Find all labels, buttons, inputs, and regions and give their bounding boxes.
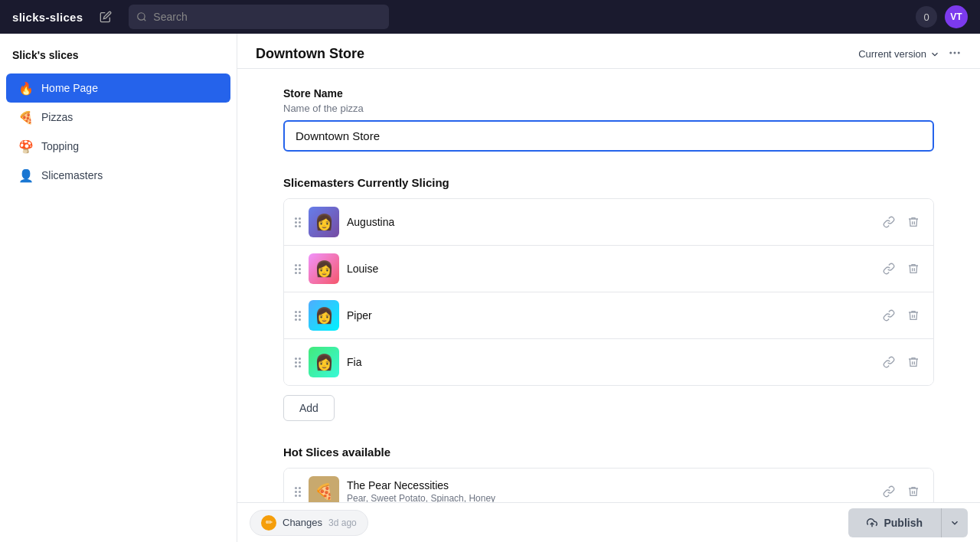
slicemaster-avatar-augustina: 👩	[309, 207, 339, 237]
hot-slice-image-pear: 🍕	[309, 476, 339, 502]
search-container	[129, 5, 389, 29]
slicemaster-item-piper: 👩 Piper	[284, 292, 933, 339]
svg-point-0	[138, 13, 145, 20]
slicemaster-actions-fia	[880, 353, 923, 371]
link-button-pear[interactable]	[880, 482, 898, 501]
chevron-down-icon	[929, 49, 940, 60]
link-button-fia[interactable]	[880, 353, 898, 371]
publish-dropdown-button[interactable]	[941, 508, 968, 537]
slicemaster-avatar-piper: 👩	[309, 300, 339, 331]
slicemasters-list: 👩 Augustina	[283, 198, 934, 386]
slicemaster-actions-augustina	[880, 213, 923, 231]
sidebar-item-pizzas-label: Pizzas	[41, 111, 73, 123]
slicemaster-avatar-fia: 👩	[309, 347, 339, 377]
sidebar: Slick's slices 🔥 Home Page 🍕 Pizzas 🍄 To…	[0, 34, 237, 542]
content-body: Store Name Name of the pizza Slicemaster…	[237, 69, 980, 502]
changes-label: Changes	[283, 517, 322, 528]
notification-badge[interactable]: 0	[916, 6, 937, 28]
add-slicemaster-button[interactable]: Add	[283, 395, 335, 421]
hot-slices-section: Hot Slices available 🍕 The Pear Necessit…	[283, 446, 934, 502]
slicemaster-name-fia: Fia	[347, 356, 872, 368]
delete-button-louise[interactable]	[904, 260, 923, 278]
drag-handle[interactable]	[295, 264, 301, 274]
link-button-louise[interactable]	[880, 260, 898, 278]
changes-time: 3d ago	[328, 518, 357, 528]
store-name-input[interactable]	[283, 120, 934, 152]
version-dropdown[interactable]: Current version	[858, 48, 940, 60]
link-button-augustina[interactable]	[880, 213, 898, 231]
user-avatar[interactable]: VT	[945, 5, 968, 28]
sidebar-item-home-label: Home Page	[41, 82, 98, 94]
slicemaster-actions-louise	[880, 260, 923, 278]
sidebar-item-topping-label: Topping	[41, 140, 79, 152]
drag-handle[interactable]	[295, 358, 301, 367]
top-navigation: slicks-slices 0 VT	[0, 0, 980, 34]
topping-icon: 🍄	[18, 139, 34, 154]
main-layout: Slick's slices 🔥 Home Page 🍕 Pizzas 🍄 To…	[0, 34, 980, 542]
slicemasters-section-title: Slicemasters Currently Slicing	[283, 176, 934, 189]
store-name-label: Store Name	[283, 87, 934, 100]
person-icon: 👤	[18, 168, 34, 183]
link-button-piper[interactable]	[880, 306, 898, 325]
hot-slice-info-pear: The Pear Necessities Pear, Sweet Potato,…	[347, 479, 872, 502]
changes-pill[interactable]: ✏ Changes 3d ago	[250, 510, 368, 536]
hot-slices-list: 🍕 The Pear Necessities Pear, Sweet Potat…	[283, 468, 934, 502]
topnav-right: 0 VT	[916, 5, 968, 28]
slicemaster-name-piper: Piper	[347, 309, 872, 322]
hot-slice-name-pear: The Pear Necessities	[347, 479, 872, 491]
header-right: Current version	[858, 46, 962, 62]
sidebar-item-pizzas[interactable]: 🍕 Pizzas	[6, 103, 230, 132]
upload-icon	[867, 518, 877, 528]
svg-point-2	[949, 52, 952, 54]
hot-slice-actions-pear	[880, 482, 923, 501]
delete-button-pear[interactable]	[904, 482, 923, 501]
drag-handle-pear[interactable]	[295, 487, 301, 497]
publish-group: Publish	[848, 508, 968, 537]
hot-slice-item-pear: 🍕 The Pear Necessities Pear, Sweet Potat…	[284, 469, 933, 502]
fire-icon: 🔥	[18, 80, 34, 96]
sidebar-item-topping[interactable]: 🍄 Topping	[6, 132, 230, 161]
sidebar-item-slicemasters-label: Slicemasters	[41, 169, 103, 181]
slicemaster-name-augustina: Augustina	[347, 216, 872, 228]
sidebar-title: Slick's slices	[0, 43, 237, 73]
bottom-bar: ✏ Changes 3d ago Publish	[237, 502, 980, 542]
publish-button[interactable]: Publish	[848, 508, 941, 537]
version-label: Current version	[858, 48, 926, 60]
slicemaster-actions-piper	[880, 306, 923, 325]
svg-point-3	[954, 52, 956, 54]
delete-button-fia[interactable]	[904, 353, 923, 371]
drag-handle[interactable]	[295, 217, 301, 227]
content-header: Downtown Store Current version	[237, 34, 980, 69]
edit-icon-btn[interactable]	[95, 6, 116, 28]
slicemasters-section: Slicemasters Currently Slicing 👩 Augusti…	[283, 176, 934, 421]
drag-handle[interactable]	[295, 311, 301, 321]
pizza-icon: 🍕	[18, 109, 34, 125]
app-logo: slicks-slices	[12, 11, 83, 24]
hot-slices-section-title: Hot Slices available	[283, 446, 934, 459]
delete-button-augustina[interactable]	[904, 213, 923, 231]
more-options-button[interactable]	[948, 46, 962, 62]
sidebar-item-slicemasters[interactable]: 👤 Slicemasters	[6, 161, 230, 190]
chevron-down-icon	[949, 518, 960, 528]
svg-line-1	[144, 19, 146, 21]
delete-button-piper[interactable]	[904, 306, 923, 325]
hot-slice-subtitle-pear: Pear, Sweet Potato, Spinach, Honey	[347, 493, 872, 502]
slicemaster-item-louise: 👩 Louise	[284, 246, 933, 292]
store-name-section: Store Name Name of the pizza	[283, 87, 934, 152]
content-area: Downtown Store Current version	[237, 34, 980, 542]
slicemaster-avatar-louise: 👩	[309, 253, 339, 284]
search-input[interactable]	[153, 11, 381, 23]
publish-label: Publish	[884, 517, 923, 529]
slicemaster-name-louise: Louise	[347, 263, 872, 275]
slicemaster-item-fia: 👩 Fia	[284, 339, 933, 385]
slicemaster-item-augustina: 👩 Augustina	[284, 199, 933, 246]
sidebar-item-home[interactable]: 🔥 Home Page	[6, 73, 230, 103]
changes-icon: ✏	[261, 515, 276, 531]
svg-point-4	[958, 52, 960, 54]
store-name-sublabel: Name of the pizza	[283, 103, 934, 114]
page-title: Downtown Store	[256, 46, 364, 62]
search-icon	[136, 11, 147, 22]
